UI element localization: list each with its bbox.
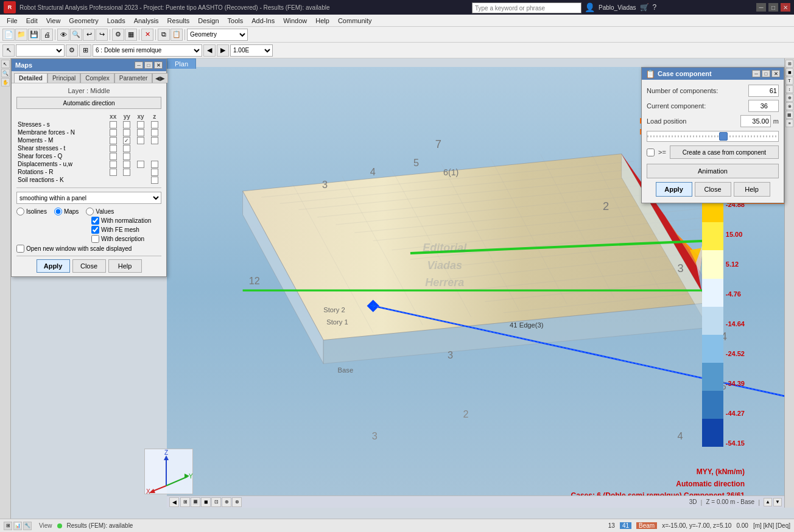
tb-redo[interactable]: ↪ <box>96 29 108 41</box>
maps-close-btn[interactable]: Close <box>72 259 106 273</box>
vp-icon1[interactable]: ⊞ <box>180 497 190 507</box>
load-slider[interactable] <box>647 131 779 142</box>
cb-stresses-z[interactable] <box>151 121 158 128</box>
cb-description[interactable]: With description <box>91 235 161 243</box>
ltb-zoom2[interactable]: 🔍 <box>1 69 10 77</box>
slider-thumb[interactable] <box>719 132 728 141</box>
case-close-btn[interactable]: Close <box>695 182 731 197</box>
vp-prev-btn[interactable]: ◀ <box>169 497 179 507</box>
maps-restore[interactable]: □ <box>144 61 153 69</box>
menu-results[interactable]: Results <box>163 16 194 26</box>
menu-addins[interactable]: Add-Ins <box>247 16 279 26</box>
auto-dir-btn[interactable]: Automatic direction <box>16 97 161 109</box>
vp-icon4[interactable]: ⊡ <box>211 497 221 507</box>
cb-normalization[interactable]: With normalization <box>91 217 161 225</box>
maps-panel-controls[interactable]: ─ □ ✕ <box>135 61 163 69</box>
case-close[interactable]: ✕ <box>771 70 780 77</box>
menu-geometry[interactable]: Geometry <box>65 16 102 26</box>
tb-print[interactable]: 🖨 <box>41 29 53 41</box>
status-icon2[interactable]: 📊 <box>13 522 22 530</box>
cb-femesh[interactable]: With FE mesh <box>91 226 161 234</box>
cb-moments-xx[interactable] <box>110 137 117 144</box>
close-btn[interactable]: ✕ <box>781 3 790 12</box>
cb-shearst-yy[interactable] <box>123 145 130 152</box>
maps-tab-more[interactable]: ◀▶ <box>152 73 168 83</box>
rtb-btn4[interactable]: ↕ <box>785 85 793 93</box>
tb2-mode-select[interactable] <box>16 44 65 57</box>
rtb-btn8[interactable]: ≡ <box>785 119 793 127</box>
menu-analysis[interactable]: Analysis <box>130 16 163 26</box>
maps-tab-parameter[interactable]: Parameter <box>114 73 153 83</box>
search-input[interactable] <box>475 5 578 12</box>
status-icon1[interactable]: ⊞ <box>4 522 12 530</box>
cb-membrane-yy[interactable] <box>123 129 130 136</box>
tb2-arrow-left[interactable]: ◀ <box>203 44 216 57</box>
rtb-btn1[interactable]: ⊞ <box>785 60 793 68</box>
case-restore[interactable]: □ <box>762 70 770 77</box>
vp-icon6[interactable]: ⊗ <box>232 497 242 507</box>
ltb-select[interactable]: ↖ <box>1 60 10 68</box>
cb-shearfo-yy[interactable] <box>123 153 130 160</box>
rtb-btn6[interactable]: ⊗ <box>785 102 793 110</box>
cb-stresses-yy[interactable] <box>123 121 130 128</box>
status-icon3[interactable]: 🔧 <box>23 522 32 530</box>
tb-table[interactable]: ▦ <box>125 29 137 41</box>
case-panel-controls[interactable]: ─ □ ✕ <box>752 70 780 77</box>
tb2-arrow-right[interactable]: ▶ <box>217 44 229 57</box>
tb-paste[interactable]: 📋 <box>170 29 183 41</box>
tb-delete[interactable]: ✕ <box>141 29 153 41</box>
vp-icon2[interactable]: 🔳 <box>191 497 200 507</box>
animation-btn[interactable]: Animation <box>647 164 779 178</box>
radio-values[interactable]: Values <box>86 208 114 215</box>
menu-help[interactable]: Help <box>311 16 334 26</box>
cb-moments-z[interactable] <box>151 137 158 144</box>
radio-isolines[interactable]: Isolines <box>16 208 47 215</box>
rtb-btn5[interactable]: ⊕ <box>785 94 793 102</box>
num-components-input[interactable] <box>748 85 779 97</box>
tb-view[interactable]: 👁 <box>57 29 69 41</box>
case-minimize[interactable]: ─ <box>752 70 761 77</box>
tb2-pointer[interactable]: ↖ <box>2 44 15 57</box>
vp-up-btn[interactable]: ▲ <box>764 498 772 506</box>
cb-stresses-xy[interactable] <box>137 121 144 128</box>
geometry-select[interactable]: Geometry <box>187 29 248 41</box>
tb2-mode-btn[interactable]: ⚙ <box>66 44 78 57</box>
menu-design[interactable]: Design <box>194 16 223 26</box>
title-bar-controls[interactable]: ─ □ ✕ <box>756 3 790 12</box>
cb-rot-z[interactable] <box>151 169 158 176</box>
menu-view[interactable]: View <box>42 16 65 26</box>
smoothing-select[interactable]: smoothing within a panel <box>16 192 161 204</box>
radio-maps[interactable]: Maps <box>54 208 79 215</box>
cb-shearfo-xx[interactable] <box>110 153 117 160</box>
cb-open-window[interactable]: Open new window with scale displayed <box>16 245 161 253</box>
menu-file[interactable]: File <box>2 16 22 26</box>
vp-down-btn[interactable]: ▼ <box>773 498 782 506</box>
case-apply-btn[interactable]: Apply <box>656 182 692 197</box>
cart-icon[interactable]: 🛒 <box>640 3 649 12</box>
restore-btn[interactable]: □ <box>768 3 778 12</box>
tb2-case-select[interactable]: 6 : Doble semi remolque <box>93 44 202 57</box>
create-case-btn[interactable]: Create a case from component <box>670 145 779 159</box>
menu-community[interactable]: Community <box>334 16 376 26</box>
cb-membrane-xy[interactable] <box>137 129 144 136</box>
maps-close[interactable]: ✕ <box>154 61 163 69</box>
minimize-btn[interactable]: ─ <box>756 3 766 12</box>
tab-plan[interactable]: Plan <box>167 58 196 69</box>
ltb-pan[interactable]: ✋ <box>1 78 10 86</box>
maps-minimize[interactable]: ─ <box>135 61 143 69</box>
vp-icon3[interactable]: ◼ <box>201 497 211 507</box>
cb-rot-xx[interactable] <box>110 169 117 176</box>
cb-moments-xy[interactable] <box>137 137 144 144</box>
cb-membrane-z[interactable] <box>151 129 158 136</box>
tb2-view-btn[interactable]: ⊞ <box>79 44 91 57</box>
tb-new[interactable]: 📄 <box>2 29 15 41</box>
menu-edit[interactable]: Edit <box>22 16 42 26</box>
cb-membrane-xx[interactable] <box>110 129 117 136</box>
tb-calc[interactable]: ⚙ <box>112 29 124 41</box>
rtb-btn7[interactable]: ▦ <box>785 111 793 119</box>
cb-moments-yy[interactable]: ✓ <box>123 137 130 144</box>
tb-copy[interactable]: ⧉ <box>158 29 170 41</box>
tb-save[interactable]: 💾 <box>28 29 40 41</box>
tb-undo[interactable]: ↩ <box>83 29 95 41</box>
menu-tools[interactable]: Tools <box>223 16 248 26</box>
